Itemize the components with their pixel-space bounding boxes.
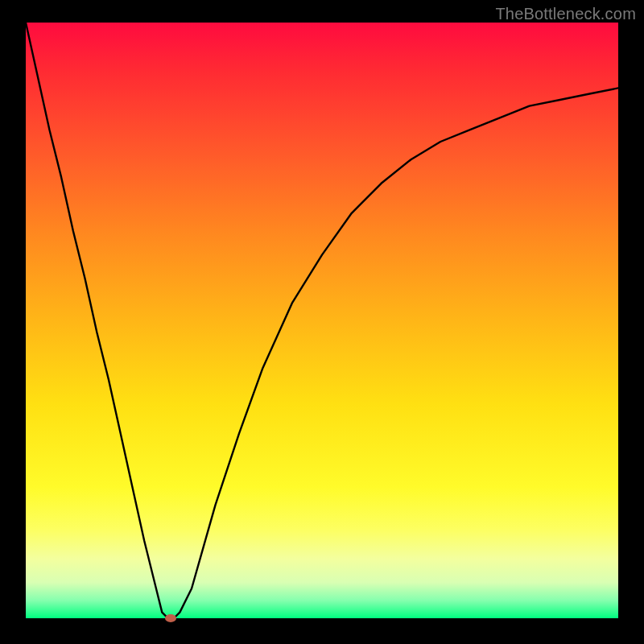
watermark-text: TheBottleneck.com <box>495 5 636 23</box>
curve-svg <box>26 23 618 618</box>
curve-line <box>26 23 618 618</box>
chart-frame: TheBottleneck.com <box>0 0 644 644</box>
plot-area <box>26 23 618 618</box>
marker-dot <box>165 614 176 622</box>
